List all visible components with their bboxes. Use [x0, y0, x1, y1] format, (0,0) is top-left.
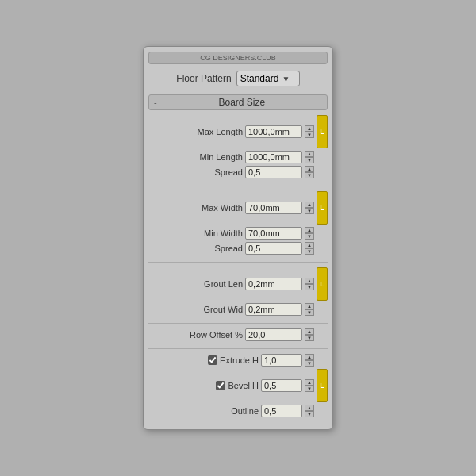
outline-row: Outline ▲ ▼ [148, 405, 328, 417]
max-width-spinner[interactable]: ▲ ▼ [305, 202, 314, 214]
width-group: Max Width ▲ ▼ L Min Width ▲ ▼ Spread ▲ ▼ [148, 191, 328, 263]
min-width-up[interactable]: ▲ [305, 227, 314, 233]
outline-spinner[interactable]: ▲ ▼ [305, 405, 314, 417]
bevel-h-row: Bevel H ▲ ▼ L [148, 369, 328, 402]
width-spread-input[interactable] [245, 242, 302, 255]
bevel-h-spinner[interactable]: ▲ ▼ [305, 379, 314, 392]
max-width-row: Max Width ▲ ▼ L [148, 191, 328, 225]
length-spread-row: Spread ▲ ▼ [148, 166, 328, 178]
floor-pattern-row: Floor Pattern Standard ▼ [148, 71, 328, 86]
grout-wid-label: Grout Wid [203, 305, 243, 314]
grout-wid-row: Grout Wid ▲ ▼ [148, 303, 328, 316]
min-length-up[interactable]: ▲ [305, 151, 314, 157]
max-length-label: Max Length [198, 127, 243, 136]
bevel-h-checkbox[interactable] [216, 381, 225, 390]
max-width-up[interactable]: ▲ [305, 202, 314, 208]
extrude-h-up[interactable]: ▲ [305, 354, 314, 360]
min-width-down[interactable]: ▼ [305, 233, 314, 240]
main-panel: - CG DESIGNERS.CLUB Floor Pattern Standa… [143, 46, 333, 430]
extrude-bevel-group: Extrude H ▲ ▼ Bevel H ▲ ▼ L Outline [148, 354, 328, 424]
min-width-input[interactable] [245, 227, 302, 240]
floor-pattern-label: Floor Pattern [176, 73, 231, 84]
grout-len-row: Grout Len ▲ ▼ L [148, 267, 328, 301]
panel-collapse-button[interactable]: - [153, 53, 156, 63]
max-length-down[interactable]: ▼ [305, 132, 314, 138]
width-spread-row: Spread ▲ ▼ [148, 242, 328, 255]
grout-len-up[interactable]: ▲ [305, 278, 314, 284]
width-spread-label: Spread [215, 244, 243, 253]
outline-down[interactable]: ▼ [305, 411, 314, 417]
min-width-label: Min Width [204, 228, 243, 238]
outline-label: Outline [231, 406, 259, 416]
width-spread-up[interactable]: ▲ [305, 242, 314, 248]
board-size-label: Board Size [162, 97, 322, 108]
extrude-h-down[interactable]: ▼ [305, 360, 314, 367]
max-length-up[interactable]: ▲ [305, 125, 314, 132]
length-group: Max Length ▲ ▼ L Min Length ▲ ▼ Spread ▲… [148, 115, 328, 186]
min-width-row: Min Width ▲ ▼ [148, 227, 328, 240]
width-spread-spinner[interactable]: ▲ ▼ [305, 242, 314, 255]
min-length-input[interactable] [245, 151, 302, 163]
length-spread-up[interactable]: ▲ [305, 166, 314, 172]
max-width-input[interactable] [245, 202, 302, 214]
max-length-input[interactable] [245, 125, 302, 138]
extrude-checkbox-row: Extrude H [208, 355, 259, 365]
bevel-h-up[interactable]: ▲ [305, 379, 314, 386]
row-offset-spinner[interactable]: ▲ ▼ [305, 328, 314, 341]
grout-len-down[interactable]: ▼ [305, 284, 314, 290]
grout-wid-down[interactable]: ▼ [305, 309, 314, 316]
bevel-h-label: Bevel H [228, 381, 259, 390]
bevel-h-down[interactable]: ▼ [305, 386, 314, 392]
min-length-spinner[interactable]: ▲ ▼ [305, 151, 314, 163]
row-offset-group: Row Offset % ▲ ▼ [148, 328, 328, 349]
length-spread-input[interactable] [245, 166, 302, 178]
length-spread-spinner[interactable]: ▲ ▼ [305, 166, 314, 178]
min-length-label: Min Length [200, 152, 243, 162]
extrude-h-spinner[interactable]: ▲ ▼ [305, 354, 314, 367]
bevel-h-input[interactable] [261, 379, 302, 392]
floor-pattern-value: Standard [240, 73, 279, 84]
board-size-collapse-button[interactable]: - [154, 98, 157, 107]
extrude-h-row: Extrude H ▲ ▼ [148, 354, 328, 367]
max-width-label: Max Width [202, 203, 243, 213]
dropdown-arrow-icon: ▼ [282, 75, 290, 83]
grout-len-input[interactable] [245, 278, 302, 290]
panel-header: - CG DESIGNERS.CLUB [148, 52, 328, 64]
outline-up[interactable]: ▲ [305, 405, 314, 411]
extrude-h-input[interactable] [261, 354, 302, 367]
row-offset-up[interactable]: ▲ [305, 328, 314, 335]
row-offset-down[interactable]: ▼ [305, 335, 314, 341]
grout-wid-spinner[interactable]: ▲ ▼ [305, 303, 314, 316]
max-length-row: Max Length ▲ ▼ L [148, 115, 328, 148]
board-size-section-header: - Board Size [148, 94, 328, 110]
min-length-down[interactable]: ▼ [305, 157, 314, 163]
bevel-l-button[interactable]: L [317, 369, 328, 402]
row-offset-label: Row Offset % [190, 330, 243, 340]
grout-group: Grout Len ▲ ▼ L Grout Wid ▲ ▼ [148, 267, 328, 324]
width-l-button[interactable]: L [317, 191, 328, 225]
row-offset-row: Row Offset % ▲ ▼ [148, 328, 328, 341]
min-length-row: Min Length ▲ ▼ [148, 151, 328, 163]
width-spread-down[interactable]: ▼ [305, 248, 314, 255]
max-length-spinner[interactable]: ▲ ▼ [305, 125, 314, 138]
grout-len-label: Grout Len [204, 279, 243, 289]
grout-wid-up[interactable]: ▲ [305, 303, 314, 309]
floor-pattern-dropdown[interactable]: Standard ▼ [236, 71, 300, 86]
max-width-down[interactable]: ▼ [305, 208, 314, 214]
length-l-button[interactable]: L [317, 115, 328, 148]
min-width-spinner[interactable]: ▲ ▼ [305, 227, 314, 240]
brand-label: CG DESIGNERS.CLUB [200, 54, 276, 62]
extrude-h-label: Extrude H [220, 355, 259, 365]
row-offset-input[interactable] [245, 328, 302, 341]
grout-wid-input[interactable] [245, 303, 302, 316]
bevel-checkbox-row: Bevel H [216, 381, 259, 390]
outline-input[interactable] [261, 405, 302, 417]
extrude-h-checkbox[interactable] [208, 355, 217, 365]
length-spread-label: Spread [215, 167, 243, 177]
grout-l-button[interactable]: L [317, 267, 328, 301]
length-spread-down[interactable]: ▼ [305, 172, 314, 178]
grout-len-spinner[interactable]: ▲ ▼ [305, 278, 314, 290]
